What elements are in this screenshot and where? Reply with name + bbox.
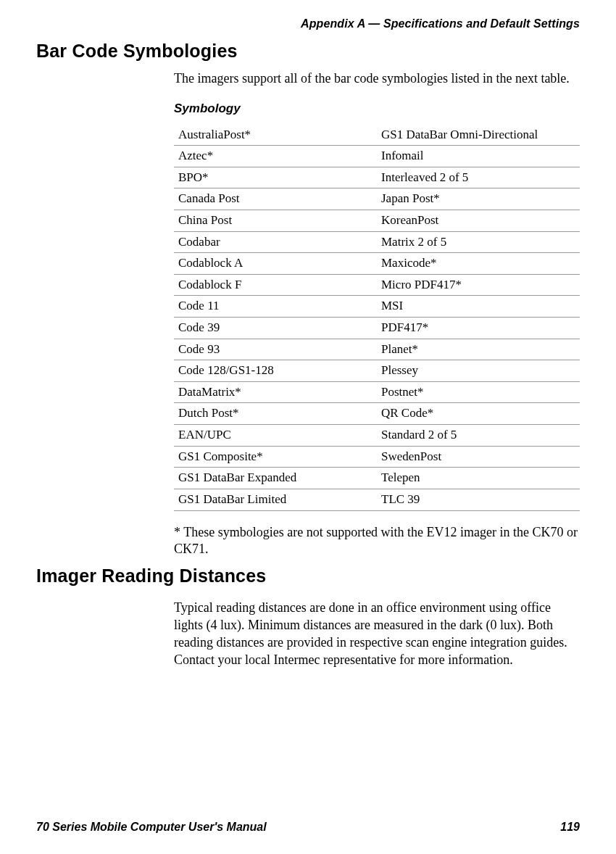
symbology-cell-right: Infomail	[377, 146, 580, 167]
table-row: Codablock FMicro PDF417*	[174, 274, 580, 296]
symbology-cell-right: Standard 2 of 5	[377, 425, 580, 447]
symbology-cell-left: Codablock A	[174, 253, 377, 275]
table-row: Aztec*Infomail	[174, 146, 580, 167]
table-row: Code 128/GS1-128Plessey	[174, 360, 580, 382]
symbology-cell-left: GS1 DataBar Expanded	[174, 468, 377, 489]
intro-paragraph: The imagers support all of the bar code …	[174, 70, 580, 88]
symbology-cell-left: AustraliaPost*	[174, 125, 377, 146]
symbology-cell-left: Code 93	[174, 339, 377, 360]
table-row: Codablock AMaxicode*	[174, 253, 580, 275]
table-caption-symbology: Symbology	[174, 101, 580, 117]
symbology-cell-left: Codabar	[174, 231, 377, 253]
table-row: GS1 Composite*SwedenPost	[174, 446, 580, 468]
symbology-cell-right: Maxicode*	[377, 253, 580, 275]
symbology-cell-left: Code 128/GS1-128	[174, 360, 377, 382]
table-row: GS1 DataBar LimitedTLC 39	[174, 489, 580, 510]
symbology-cell-right: SwedenPost	[377, 446, 580, 468]
symbology-cell-left: Code 39	[174, 318, 377, 339]
table-row: AustraliaPost*GS1 DataBar Omni-Direction…	[174, 125, 580, 146]
symbology-cell-left: China Post	[174, 210, 377, 231]
symbology-cell-right: Plessey	[377, 360, 580, 382]
table-row: Code 93Planet*	[174, 339, 580, 360]
table-row: GS1 DataBar ExpandedTelepen	[174, 468, 580, 489]
symbology-cell-right: Telepen	[377, 468, 580, 489]
symbology-cell-left: GS1 Composite*	[174, 446, 377, 468]
symbology-cell-right: Planet*	[377, 339, 580, 360]
symbology-cell-left: GS1 DataBar Limited	[174, 489, 377, 510]
table-row: China PostKoreanPost	[174, 210, 580, 231]
symbology-cell-left: EAN/UPC	[174, 425, 377, 447]
footer-manual-title: 70 Series Mobile Computer User's Manual	[36, 821, 267, 834]
symbology-cell-left: Dutch Post*	[174, 403, 377, 425]
symbology-cell-right: Japan Post*	[377, 188, 580, 210]
symbology-cell-left: DataMatrix*	[174, 381, 377, 403]
table-row: Code 11MSI	[174, 296, 580, 318]
table-row: EAN/UPCStandard 2 of 5	[174, 425, 580, 447]
table-row: Code 39PDF417*	[174, 318, 580, 339]
symbology-cell-left: Aztec*	[174, 146, 377, 167]
running-header: Appendix A — Specifications and Default …	[36, 17, 580, 30]
symbology-cell-right: PDF417*	[377, 318, 580, 339]
table-row: BPO*Interleaved 2 of 5	[174, 167, 580, 188]
symbology-cell-right: Matrix 2 of 5	[377, 231, 580, 253]
symbology-cell-right: Interleaved 2 of 5	[377, 167, 580, 188]
symbology-table: AustraliaPost*GS1 DataBar Omni-Direction…	[174, 125, 580, 511]
imager-body-paragraph: Typical reading distances are done in an…	[174, 600, 580, 669]
symbology-cell-right: TLC 39	[377, 489, 580, 510]
footer-page-number: 119	[560, 821, 580, 834]
table-row: Dutch Post*QR Code*	[174, 403, 580, 425]
heading-bar-code-symbologies: Bar Code Symbologies	[36, 41, 580, 62]
heading-imager-reading-distances: Imager Reading Distances	[36, 565, 580, 586]
symbology-cell-right: KoreanPost	[377, 210, 580, 231]
symbology-cell-right: Postnet*	[377, 381, 580, 403]
table-row: CodabarMatrix 2 of 5	[174, 231, 580, 253]
symbology-cell-right: QR Code*	[377, 403, 580, 425]
symbology-footnote: * These symbologies are not supported wi…	[174, 524, 580, 559]
table-row: Canada PostJapan Post*	[174, 188, 580, 210]
symbology-cell-left: Code 11	[174, 296, 377, 318]
symbology-cell-left: BPO*	[174, 167, 377, 188]
symbology-cell-left: Canada Post	[174, 188, 377, 210]
symbology-cell-left: Codablock F	[174, 274, 377, 296]
symbology-cell-right: GS1 DataBar Omni-Directional	[377, 125, 580, 146]
symbology-cell-right: Micro PDF417*	[377, 274, 580, 296]
symbology-cell-right: MSI	[377, 296, 580, 318]
table-row: DataMatrix*Postnet*	[174, 381, 580, 403]
